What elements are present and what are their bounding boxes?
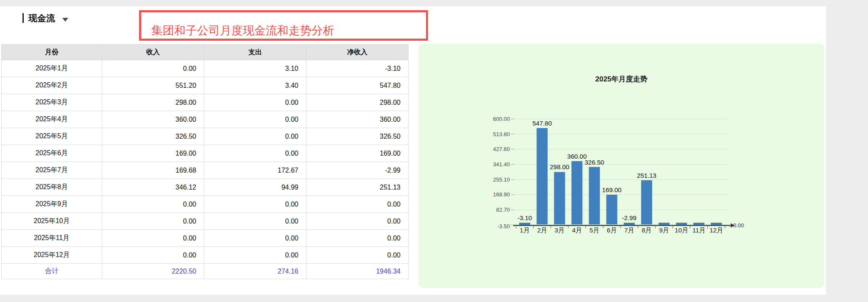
month-cell: 2025年2月 bbox=[2, 77, 102, 94]
net-cell: 0.00 bbox=[306, 230, 409, 247]
income-cell: 0.00 bbox=[102, 213, 204, 230]
net-cell: -3.10 bbox=[306, 60, 409, 77]
month-cell: 2025年11月 bbox=[2, 230, 102, 247]
bar-label: -2.99 bbox=[622, 214, 636, 221]
bar-5月[interactable] bbox=[589, 167, 600, 224]
bar-3月[interactable] bbox=[554, 172, 565, 224]
expense-cell: 94.99 bbox=[204, 179, 306, 196]
y-tick-label: 600.00 bbox=[493, 116, 510, 122]
content-area: 现金流 集团和子公司月度现金流和走势分析 月份收入支出净收入 2025年1月0.… bbox=[0, 6, 826, 295]
col-header-支出: 支出 bbox=[204, 45, 306, 60]
total-row: 合计2220.50274.161946.34 bbox=[2, 264, 409, 279]
month-label: 9月 bbox=[659, 226, 669, 234]
month-cell: 2025年7月 bbox=[2, 162, 102, 179]
expense-cell: 172.67 bbox=[204, 162, 306, 179]
table-row: 2025年11月0.000.000.00 bbox=[2, 230, 409, 247]
expense-cell: 0.00 bbox=[204, 94, 306, 111]
y-tick-label: 168.90 bbox=[493, 191, 510, 198]
bar-2月[interactable] bbox=[537, 128, 548, 224]
bar-label: -3.10 bbox=[517, 214, 532, 221]
income-cell: 346.12 bbox=[102, 179, 204, 196]
income-cell: 0.00 bbox=[102, 230, 204, 247]
expense-cell: 0.00 bbox=[204, 247, 306, 264]
net-cell: 326.50 bbox=[306, 128, 409, 145]
bar-label: 298.00 bbox=[550, 163, 569, 171]
net-cell: 251.13 bbox=[306, 179, 409, 196]
month-cell: 2025年12月 bbox=[2, 247, 102, 264]
income-cell: 0.00 bbox=[102, 247, 204, 264]
bar-8月[interactable] bbox=[641, 180, 652, 224]
income-cell: 169.00 bbox=[102, 145, 204, 162]
month-label: 10月 bbox=[675, 226, 688, 234]
bar-7月[interactable] bbox=[624, 223, 635, 225]
table-row: 2025年5月326.500.00326.50 bbox=[2, 128, 409, 145]
bar-9月[interactable] bbox=[659, 223, 670, 225]
bar-6月[interactable] bbox=[606, 195, 618, 224]
table-row: 2025年10月0.000.000.00 bbox=[2, 213, 409, 230]
table-row: 2025年12月0.000.000.00 bbox=[2, 247, 409, 264]
income-cell: 169.68 bbox=[102, 162, 204, 179]
expense-cell: 0.00 bbox=[204, 128, 306, 145]
total-label: 合计 bbox=[2, 264, 102, 279]
cashflow-table: 月份收入支出净收入 2025年1月0.003.10-3.102025年2月551… bbox=[1, 44, 409, 279]
month-cell: 2025年4月 bbox=[2, 111, 102, 128]
income-cell: 298.00 bbox=[102, 94, 204, 111]
total-expense: 274.16 bbox=[204, 264, 306, 279]
y-tick-label: 427.60 bbox=[493, 146, 510, 152]
month-cell: 2025年8月 bbox=[2, 179, 102, 196]
net-cell: 0.00 bbox=[306, 196, 409, 213]
trend-chart-svg: 600.00513.80427.60341.40255.10168.9082.7… bbox=[418, 44, 824, 288]
table-row: 2025年7月169.68172.67-2.99 bbox=[2, 162, 409, 179]
expense-cell: 0.00 bbox=[204, 111, 306, 128]
net-cell: 0.00 bbox=[306, 247, 409, 264]
view-title: 现金流 bbox=[28, 12, 55, 24]
income-cell: 0.00 bbox=[102, 60, 204, 77]
month-cell: 2025年3月 bbox=[2, 94, 102, 111]
month-cell: 2025年1月 bbox=[2, 60, 102, 77]
month-cell: 2025年5月 bbox=[2, 128, 102, 145]
month-label: 2月 bbox=[537, 226, 547, 234]
bar-1月[interactable] bbox=[519, 223, 530, 225]
col-header-净收入: 净收入 bbox=[306, 45, 409, 60]
y-tick-label: 255.10 bbox=[493, 176, 510, 183]
end-zero-label: 0.00 bbox=[733, 222, 744, 229]
net-cell: 169.00 bbox=[306, 145, 409, 162]
table-row: 2025年8月346.1294.99251.13 bbox=[2, 179, 409, 196]
month-cell: 2025年6月 bbox=[2, 145, 102, 162]
month-label: 11月 bbox=[693, 226, 706, 234]
month-label: 8月 bbox=[642, 226, 651, 234]
col-header-月份: 月份 bbox=[2, 45, 102, 60]
net-cell: 547.80 bbox=[306, 77, 409, 94]
expense-cell: 0.00 bbox=[204, 196, 306, 213]
net-cell: -2.99 bbox=[306, 162, 409, 179]
month-label: 6月 bbox=[607, 226, 617, 234]
income-cell: 0.00 bbox=[102, 196, 204, 213]
bar-4月[interactable] bbox=[571, 161, 582, 224]
dropdown-caret-icon[interactable] bbox=[62, 18, 68, 22]
title-accent-bar bbox=[22, 13, 24, 23]
bar-label: 360.00 bbox=[567, 153, 587, 160]
income-cell: 551.20 bbox=[102, 77, 204, 94]
month-label: 7月 bbox=[624, 226, 634, 234]
expense-cell: 3.10 bbox=[204, 60, 306, 77]
annotation-box: 集团和子公司月度现金流和走势分析 bbox=[139, 10, 428, 41]
bar-label: 251.13 bbox=[637, 172, 657, 179]
table-row: 2025年4月360.000.00360.00 bbox=[2, 111, 409, 128]
bar-11月[interactable] bbox=[693, 223, 704, 225]
month-cell: 2025年10月 bbox=[2, 213, 102, 230]
table-row: 2025年9月0.000.000.00 bbox=[2, 196, 409, 213]
chart-panel: 2025年月度走势 600.00513.80427.60341.40255.10… bbox=[418, 44, 824, 288]
table-row: 2025年2月551.203.40547.80 bbox=[2, 77, 409, 94]
bar-label: 326.50 bbox=[584, 159, 604, 166]
total-net: 1946.34 bbox=[306, 264, 409, 279]
net-cell: 0.00 bbox=[306, 213, 409, 230]
bar-label: 169.00 bbox=[602, 186, 622, 193]
income-cell: 326.50 bbox=[102, 128, 204, 145]
expense-cell: 0.00 bbox=[204, 230, 306, 247]
month-label: 4月 bbox=[572, 226, 582, 234]
table-row: 2025年3月298.000.00298.00 bbox=[2, 94, 409, 111]
bar-10月[interactable] bbox=[676, 223, 687, 225]
bar-12月[interactable] bbox=[711, 223, 722, 225]
month-cell: 2025年9月 bbox=[2, 196, 102, 213]
table-header-row: 月份收入支出净收入 bbox=[2, 45, 409, 60]
